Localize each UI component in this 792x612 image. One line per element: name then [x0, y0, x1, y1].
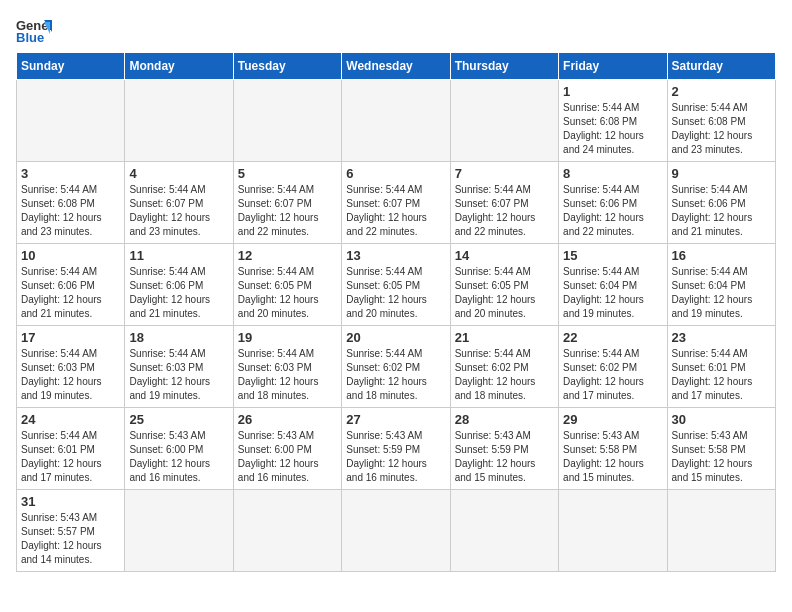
calendar-cell: [125, 490, 233, 572]
calendar-cell: 31Sunrise: 5:43 AM Sunset: 5:57 PM Dayli…: [17, 490, 125, 572]
day-info: Sunrise: 5:44 AM Sunset: 6:04 PM Dayligh…: [563, 265, 662, 321]
day-number: 11: [129, 248, 228, 263]
day-number: 1: [563, 84, 662, 99]
day-number: 7: [455, 166, 554, 181]
calendar-cell: [342, 490, 450, 572]
day-number: 14: [455, 248, 554, 263]
calendar-cell: 3Sunrise: 5:44 AM Sunset: 6:08 PM Daylig…: [17, 162, 125, 244]
day-number: 16: [672, 248, 771, 263]
calendar-cell: 20Sunrise: 5:44 AM Sunset: 6:02 PM Dayli…: [342, 326, 450, 408]
day-number: 19: [238, 330, 337, 345]
calendar-cell: [342, 80, 450, 162]
day-number: 29: [563, 412, 662, 427]
calendar-cell: [559, 490, 667, 572]
col-header-monday: Monday: [125, 53, 233, 80]
day-number: 10: [21, 248, 120, 263]
calendar-cell: 11Sunrise: 5:44 AM Sunset: 6:06 PM Dayli…: [125, 244, 233, 326]
day-number: 25: [129, 412, 228, 427]
day-number: 17: [21, 330, 120, 345]
calendar-cell: [233, 80, 341, 162]
col-header-friday: Friday: [559, 53, 667, 80]
day-info: Sunrise: 5:44 AM Sunset: 6:04 PM Dayligh…: [672, 265, 771, 321]
calendar-cell: 24Sunrise: 5:44 AM Sunset: 6:01 PM Dayli…: [17, 408, 125, 490]
calendar-cell: 30Sunrise: 5:43 AM Sunset: 5:58 PM Dayli…: [667, 408, 775, 490]
col-header-sunday: Sunday: [17, 53, 125, 80]
calendar-cell: 9Sunrise: 5:44 AM Sunset: 6:06 PM Daylig…: [667, 162, 775, 244]
col-header-tuesday: Tuesday: [233, 53, 341, 80]
col-header-wednesday: Wednesday: [342, 53, 450, 80]
day-number: 31: [21, 494, 120, 509]
day-number: 15: [563, 248, 662, 263]
calendar-cell: [450, 490, 558, 572]
calendar-cell: 15Sunrise: 5:44 AM Sunset: 6:04 PM Dayli…: [559, 244, 667, 326]
day-number: 30: [672, 412, 771, 427]
day-number: 27: [346, 412, 445, 427]
day-number: 21: [455, 330, 554, 345]
calendar-cell: 19Sunrise: 5:44 AM Sunset: 6:03 PM Dayli…: [233, 326, 341, 408]
calendar-cell: 5Sunrise: 5:44 AM Sunset: 6:07 PM Daylig…: [233, 162, 341, 244]
day-info: Sunrise: 5:44 AM Sunset: 6:07 PM Dayligh…: [238, 183, 337, 239]
header: General Blue: [16, 16, 776, 44]
calendar-cell: [233, 490, 341, 572]
calendar-cell: 7Sunrise: 5:44 AM Sunset: 6:07 PM Daylig…: [450, 162, 558, 244]
day-info: Sunrise: 5:43 AM Sunset: 5:57 PM Dayligh…: [21, 511, 120, 567]
calendar-cell: 28Sunrise: 5:43 AM Sunset: 5:59 PM Dayli…: [450, 408, 558, 490]
calendar-table: SundayMondayTuesdayWednesdayThursdayFrid…: [16, 52, 776, 572]
col-header-thursday: Thursday: [450, 53, 558, 80]
day-info: Sunrise: 5:44 AM Sunset: 6:08 PM Dayligh…: [563, 101, 662, 157]
calendar-cell: 17Sunrise: 5:44 AM Sunset: 6:03 PM Dayli…: [17, 326, 125, 408]
calendar-cell: 22Sunrise: 5:44 AM Sunset: 6:02 PM Dayli…: [559, 326, 667, 408]
calendar-cell: [17, 80, 125, 162]
day-info: Sunrise: 5:43 AM Sunset: 6:00 PM Dayligh…: [129, 429, 228, 485]
day-info: Sunrise: 5:44 AM Sunset: 6:08 PM Dayligh…: [672, 101, 771, 157]
day-info: Sunrise: 5:44 AM Sunset: 6:01 PM Dayligh…: [672, 347, 771, 403]
col-header-saturday: Saturday: [667, 53, 775, 80]
day-number: 13: [346, 248, 445, 263]
day-info: Sunrise: 5:44 AM Sunset: 6:03 PM Dayligh…: [129, 347, 228, 403]
day-info: Sunrise: 5:43 AM Sunset: 5:58 PM Dayligh…: [672, 429, 771, 485]
day-info: Sunrise: 5:44 AM Sunset: 6:05 PM Dayligh…: [455, 265, 554, 321]
day-number: 12: [238, 248, 337, 263]
calendar-cell: 12Sunrise: 5:44 AM Sunset: 6:05 PM Dayli…: [233, 244, 341, 326]
day-info: Sunrise: 5:44 AM Sunset: 6:06 PM Dayligh…: [672, 183, 771, 239]
day-info: Sunrise: 5:44 AM Sunset: 6:07 PM Dayligh…: [455, 183, 554, 239]
calendar-cell: 2Sunrise: 5:44 AM Sunset: 6:08 PM Daylig…: [667, 80, 775, 162]
day-number: 2: [672, 84, 771, 99]
calendar-cell: 18Sunrise: 5:44 AM Sunset: 6:03 PM Dayli…: [125, 326, 233, 408]
calendar-cell: 21Sunrise: 5:44 AM Sunset: 6:02 PM Dayli…: [450, 326, 558, 408]
day-number: 22: [563, 330, 662, 345]
day-info: Sunrise: 5:44 AM Sunset: 6:06 PM Dayligh…: [129, 265, 228, 321]
day-number: 9: [672, 166, 771, 181]
calendar-cell: 27Sunrise: 5:43 AM Sunset: 5:59 PM Dayli…: [342, 408, 450, 490]
day-info: Sunrise: 5:44 AM Sunset: 6:02 PM Dayligh…: [455, 347, 554, 403]
day-info: Sunrise: 5:44 AM Sunset: 6:02 PM Dayligh…: [563, 347, 662, 403]
logo: General Blue: [16, 16, 52, 44]
day-info: Sunrise: 5:44 AM Sunset: 6:06 PM Dayligh…: [563, 183, 662, 239]
day-number: 24: [21, 412, 120, 427]
day-info: Sunrise: 5:43 AM Sunset: 5:58 PM Dayligh…: [563, 429, 662, 485]
calendar-cell: 14Sunrise: 5:44 AM Sunset: 6:05 PM Dayli…: [450, 244, 558, 326]
day-number: 8: [563, 166, 662, 181]
day-number: 26: [238, 412, 337, 427]
calendar-cell: 10Sunrise: 5:44 AM Sunset: 6:06 PM Dayli…: [17, 244, 125, 326]
day-number: 6: [346, 166, 445, 181]
calendar-cell: 4Sunrise: 5:44 AM Sunset: 6:07 PM Daylig…: [125, 162, 233, 244]
day-info: Sunrise: 5:44 AM Sunset: 6:05 PM Dayligh…: [346, 265, 445, 321]
calendar-cell: 26Sunrise: 5:43 AM Sunset: 6:00 PM Dayli…: [233, 408, 341, 490]
calendar-cell: [450, 80, 558, 162]
calendar-cell: 6Sunrise: 5:44 AM Sunset: 6:07 PM Daylig…: [342, 162, 450, 244]
day-number: 3: [21, 166, 120, 181]
day-number: 23: [672, 330, 771, 345]
day-number: 18: [129, 330, 228, 345]
day-info: Sunrise: 5:43 AM Sunset: 5:59 PM Dayligh…: [455, 429, 554, 485]
day-number: 28: [455, 412, 554, 427]
day-info: Sunrise: 5:44 AM Sunset: 6:01 PM Dayligh…: [21, 429, 120, 485]
calendar-cell: [667, 490, 775, 572]
calendar-cell: 25Sunrise: 5:43 AM Sunset: 6:00 PM Dayli…: [125, 408, 233, 490]
calendar-cell: 13Sunrise: 5:44 AM Sunset: 6:05 PM Dayli…: [342, 244, 450, 326]
day-info: Sunrise: 5:44 AM Sunset: 6:05 PM Dayligh…: [238, 265, 337, 321]
calendar-cell: 29Sunrise: 5:43 AM Sunset: 5:58 PM Dayli…: [559, 408, 667, 490]
day-number: 4: [129, 166, 228, 181]
day-info: Sunrise: 5:44 AM Sunset: 6:02 PM Dayligh…: [346, 347, 445, 403]
day-info: Sunrise: 5:44 AM Sunset: 6:03 PM Dayligh…: [21, 347, 120, 403]
